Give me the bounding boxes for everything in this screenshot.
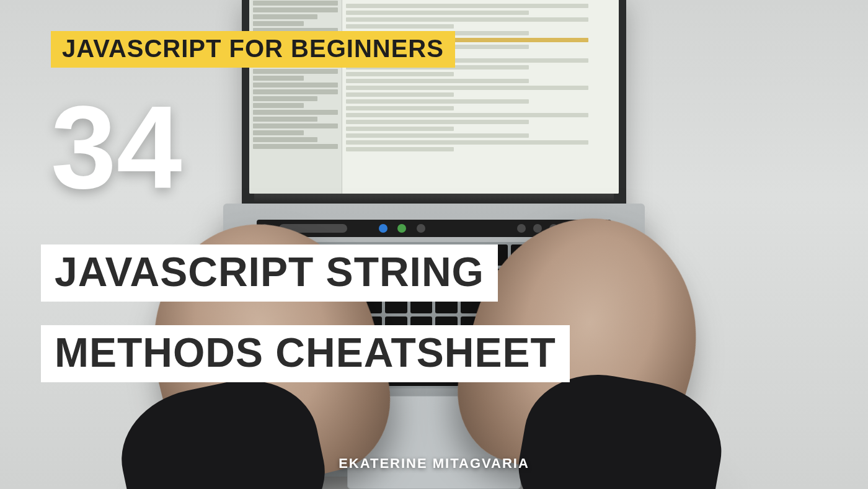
headline-number: 34 [51,88,182,206]
category-tag: JAVASCRIPT FOR BEGINNERS [51,31,455,68]
author-credit: EKATERINE MITAGVARIA [0,455,868,472]
text-overlay: JAVASCRIPT FOR BEGINNERS 34 JAVASCRIPT S… [0,0,868,489]
title-line-1: JAVASCRIPT STRING [41,244,498,302]
title-line-2: METHODS CHEATSHEET [41,325,570,382]
